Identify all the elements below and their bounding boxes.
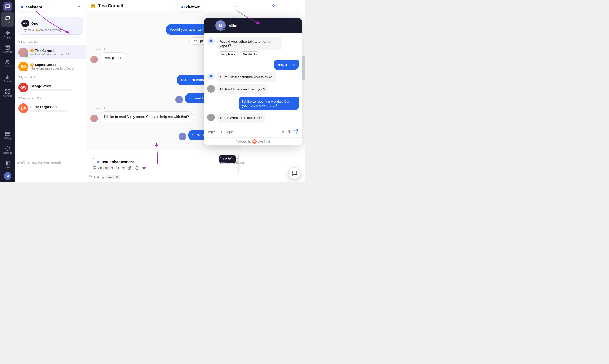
verified-badge: ✓ xyxy=(30,49,34,52)
sidebar-item-team[interactable]: Team xyxy=(1,57,14,71)
mike-avatar-2 xyxy=(179,133,186,140)
luise-info: Luise Fergusson xyxy=(30,105,82,112)
tina-msg-avatar xyxy=(90,56,98,63)
ai-chatbot-label: AI chatbot xyxy=(176,3,204,11)
user-avatar[interactable]: M xyxy=(4,172,11,180)
info-header xyxy=(242,0,304,14)
one-message: Hey Mike 👋 Ask me anything! xyxy=(21,28,79,32)
settings-icon xyxy=(5,146,10,151)
queued-header[interactable]: ▾ Queued (1) xyxy=(15,74,86,80)
widget-quick-replies: Yes, please No, thanks xyxy=(217,51,282,57)
ai-text-enhancement-label: AI text enhancement xyxy=(92,158,138,166)
sidebar-item-apps[interactable]: 86 Apps xyxy=(1,86,14,100)
sophie-name: ⊙ Sophie Osaka xyxy=(30,63,82,67)
sidebar-item-reports[interactable]: Reports xyxy=(1,71,14,85)
svg-point-2 xyxy=(6,60,8,62)
reports-icon xyxy=(5,74,10,80)
widget-emoji-icon[interactable]: ☺ xyxy=(281,129,285,134)
ai-enhance-icon[interactable] xyxy=(141,165,147,171)
widget-minimize-btn[interactable]: — xyxy=(293,23,298,29)
engage-icon xyxy=(5,30,10,36)
remove-tag-icon[interactable]: ✕ xyxy=(116,175,118,179)
widget-messages: Would you rather talk to a human agent? … xyxy=(204,33,302,126)
message-dropdown[interactable]: Message ▾ xyxy=(92,165,114,170)
widget-agent-icon-2 xyxy=(207,114,215,121)
chat-input-area: Send Message ▾ B # xyxy=(86,150,242,182)
widget-msg-4: Hi Tom! How can I help you? xyxy=(207,84,299,94)
one-icon xyxy=(21,20,29,27)
livechat-brand-icon xyxy=(252,139,257,144)
user-bubble-1: Yes, please xyxy=(100,52,126,63)
filter-icon[interactable] xyxy=(76,4,81,10)
chat-fab-button[interactable] xyxy=(288,167,300,179)
widget-online-indicator xyxy=(223,28,226,31)
sidebar-engage-label: Engage xyxy=(3,36,12,39)
sophie-avatar: SO xyxy=(18,62,28,71)
info-tab-profile[interactable] xyxy=(269,3,278,11)
supervised-header[interactable]: ▾ Supervised (1) xyxy=(15,95,86,101)
widget-bot-bubble-1: Would you rather talk to a human agent? xyxy=(217,37,282,50)
widget-header: ··· M Mike — xyxy=(204,18,302,33)
chat-icon xyxy=(5,15,10,21)
widget-add-icon[interactable]: ⊕ xyxy=(287,129,291,135)
hashtag-icon[interactable]: # xyxy=(122,165,125,171)
george-avatar: GW xyxy=(18,83,28,92)
sidebar-item-billing[interactable]: Billing xyxy=(1,128,14,142)
emoji-icon[interactable] xyxy=(134,165,139,170)
sidebar-item-archives[interactable]: Archives xyxy=(1,42,14,56)
toolbar-row: Message ▾ B # xyxy=(92,165,236,171)
livechat-logo: LiveChat xyxy=(252,139,270,144)
chat-header: 😊 Tina Cornell ··· xyxy=(86,0,242,12)
sidebar-item-chat[interactable]: Chat xyxy=(1,12,14,27)
widget-user-bubble-2: I'd like to modify my order. Can you hel… xyxy=(239,97,299,110)
sidebar-apps-label: 86 Apps xyxy=(3,95,12,97)
more-menu-icon[interactable]: ··· xyxy=(232,3,238,9)
app-container: Chat Engage Archives xyxy=(0,0,304,182)
archives-icon xyxy=(5,45,10,50)
news-icon xyxy=(5,161,10,166)
bold-icon[interactable]: B xyxy=(116,165,120,171)
george-info: George White xyxy=(30,84,82,91)
widget-no-btn[interactable]: No, thanks xyxy=(240,51,260,57)
sophie-badge: ⊙ xyxy=(30,63,34,67)
widget-agent-icon-1 xyxy=(207,85,215,93)
widget-message-input[interactable] xyxy=(207,130,279,134)
sales-tag: sales ✕ xyxy=(105,175,120,179)
sidebar-item-engage[interactable]: Engage xyxy=(1,27,14,41)
widget-msg-2: Yes, please xyxy=(207,60,299,70)
tag-row: Add tag sales ✕ xyxy=(89,175,239,179)
svg-point-19 xyxy=(24,23,26,24)
widget-agent-name: Mike xyxy=(228,23,290,28)
tina-preview: ↩ Sure. What's the order ID? xyxy=(30,53,82,56)
sidebar-reports-label: Reports xyxy=(3,80,12,83)
chat-item-george[interactable]: GW George White xyxy=(15,80,86,95)
ai-assistant-label: AI assistant xyxy=(16,3,46,11)
svg-rect-10 xyxy=(5,132,10,136)
one-name: One xyxy=(31,21,38,26)
sidebar-settings-label: Settings xyxy=(3,152,12,154)
widget-input-row: ☺ ⊕ xyxy=(204,126,302,137)
team-icon xyxy=(5,59,10,65)
widget-send-icon[interactable] xyxy=(294,129,299,135)
my-chats-header[interactable]: ▾ My chats (2) xyxy=(15,39,86,45)
widget-agent-avatar: M xyxy=(215,20,226,31)
one-card[interactable]: One Hey Mike 👋 Ask me anything! xyxy=(18,17,83,35)
tina-info: ✓ Tina Cornell ↩ Sure. What's the order … xyxy=(30,49,82,56)
sidebar-team-label: Team xyxy=(5,65,11,68)
attachment-icon[interactable] xyxy=(127,165,132,170)
sidebar: Chat Engage Archives xyxy=(0,0,15,182)
sidebar-news-label: News xyxy=(5,167,11,169)
chat-item-luise[interactable]: LF Luise Fergusson xyxy=(15,101,86,115)
widget-site-label: Chat Widgeton your website xyxy=(220,156,245,164)
svg-rect-6 xyxy=(6,89,7,91)
chat-item-sophie[interactable]: SO ⊙ Sophie Osaka I have one more questi… xyxy=(15,59,86,74)
widget-msg-6: Sure. What's the order ID? xyxy=(207,113,299,123)
chat-item-tina[interactable]: ✓ Tina Cornell ↩ Sure. What's the order … xyxy=(15,45,86,59)
tina-name: ✓ Tina Cornell xyxy=(30,49,82,53)
widget-agent-bubble-2: Sure. What's the order ID? xyxy=(217,113,265,123)
george-preview xyxy=(30,89,72,91)
sidebar-item-settings[interactable]: Settings xyxy=(1,143,14,157)
widget-yes-btn[interactable]: Yes, please xyxy=(217,51,238,57)
sidebar-item-news[interactable]: News xyxy=(1,158,14,172)
widget-dots: ··· xyxy=(208,23,213,29)
